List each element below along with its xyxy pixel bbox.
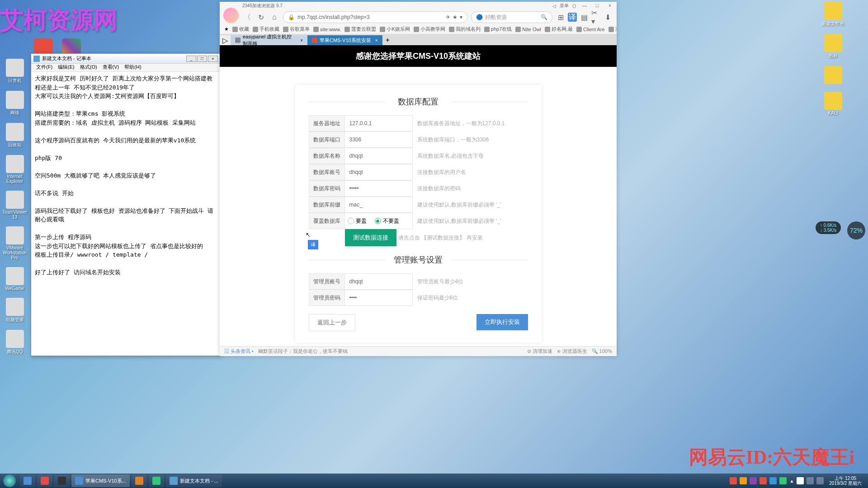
star-icon[interactable]: ★: [453, 14, 458, 20]
admin-user-input[interactable]: [345, 273, 413, 290]
bookmark-item[interactable]: 莲妻云联盟: [344, 26, 376, 33]
menu-item[interactable]: 帮助(H): [122, 64, 144, 71]
bookmark-item[interactable]: php7在线: [484, 26, 512, 33]
tab-close-icon[interactable]: ×: [375, 38, 378, 43]
desktop-icon[interactable]: 腾讯QQ: [2, 330, 27, 355]
network-speed-widget[interactable]: ↑ 0.6K/s ↓ 3.5K/s: [816, 221, 841, 234]
translate-float-badge[interactable]: 译: [308, 240, 318, 249]
desktop-icon[interactable]: 电脑管家: [2, 298, 27, 323]
notepad-titlebar[interactable]: 新建文本文档 - 记事本 _ □ ×: [31, 54, 220, 64]
db-pass-input[interactable]: [345, 180, 413, 197]
bookmark-item[interactable]: 小高教学网: [414, 26, 445, 33]
download-icon[interactable]: ⬇: [603, 13, 612, 22]
start-button[interactable]: [0, 474, 19, 488]
bookmark-item[interactable]: 我的域名列: [449, 26, 481, 33]
translate-icon[interactable]: 译: [568, 13, 577, 22]
desktop-icon[interactable]: VMware Workstation Pro: [2, 226, 27, 260]
send-icon[interactable]: ✈: [446, 14, 450, 20]
db-port-input[interactable]: [345, 131, 413, 148]
desktop-icon[interactable]: 网络: [2, 91, 27, 116]
bookmark-item[interactable]: 好名网,最: [545, 26, 573, 33]
browser-avatar[interactable]: [223, 8, 239, 23]
maximize-button[interactable]: □: [197, 56, 207, 62]
menu-item[interactable]: 文件(F): [33, 64, 55, 71]
menu-item[interactable]: 查看(V): [100, 64, 122, 71]
desktop-icon[interactable]: KALI: [821, 92, 845, 116]
menu-item[interactable]: 格式(O): [77, 64, 100, 71]
tray-icon[interactable]: [740, 477, 747, 484]
taskbar-item[interactable]: [149, 474, 164, 487]
taskbar-item[interactable]: [37, 474, 52, 487]
taskbar-item[interactable]: [54, 474, 70, 487]
home-button[interactable]: ⌂: [269, 12, 279, 22]
browser-tab[interactable]: easypanel 虚拟主机控制面板×: [231, 35, 307, 45]
admin-pass-input[interactable]: [345, 290, 413, 306]
menu-arrow-icon[interactable]: ◁: [552, 4, 556, 9]
tray-icon[interactable]: [797, 477, 804, 484]
desktop-icon[interactable]: [821, 66, 845, 85]
taskbar-item[interactable]: [132, 474, 147, 487]
feature-icon[interactable]: ⬡: [572, 4, 576, 9]
bookmark-item[interactable]: 小K娱乐网: [380, 26, 410, 33]
tray-icon[interactable]: [769, 477, 777, 484]
reader-icon[interactable]: ▤: [580, 13, 589, 22]
db-user-input[interactable]: [345, 164, 413, 180]
news-ticker[interactable]: 幽默笑话段子：我是你老公，坐车不要钱: [258, 348, 348, 355]
overwrite-no-radio[interactable]: 不要盖: [375, 217, 399, 225]
search-icon[interactable]: 🔍: [541, 14, 547, 20]
tab-close-icon[interactable]: ×: [300, 38, 303, 43]
bookmark-item[interactable]: site:www.: [313, 27, 341, 32]
desktop-icon[interactable]: WeGame: [2, 267, 27, 291]
db-name-input[interactable]: [345, 148, 413, 164]
bookmark-item[interactable]: 手机收藏: [253, 26, 279, 33]
desktop-icon[interactable]: 新建文件夹: [821, 2, 845, 27]
taskbar-item[interactable]: [20, 474, 35, 487]
desktop-icon[interactable]: Internet Explorer: [2, 155, 27, 184]
minimize-button[interactable]: —: [580, 3, 589, 9]
browser-tab[interactable]: 苹果CMS-V10系统安装×: [307, 35, 382, 45]
bookmark-item[interactable]: Nite Owl: [515, 27, 541, 32]
new-tab-button[interactable]: +: [382, 35, 393, 45]
browser-titlebar[interactable]: 2345加速浏览器 9.7 ◁ 菜单 ⬡ — □ ×: [220, 2, 617, 10]
taskbar-clock[interactable]: 上午 12:05 2019/3/2 星期六: [826, 476, 864, 486]
back-button[interactable]: 〈: [242, 12, 252, 22]
tray-icon[interactable]: [750, 477, 757, 484]
install-button[interactable]: 立即执行安装: [476, 314, 528, 330]
desktop-icon[interactable]: 计算机: [2, 59, 27, 84]
tray-icon[interactable]: [730, 477, 737, 484]
tray-icon[interactable]: [779, 477, 787, 484]
close-button[interactable]: ×: [605, 3, 614, 9]
maximize-button[interactable]: □: [593, 3, 602, 9]
overwrite-yes-radio[interactable]: 要盖: [348, 217, 367, 225]
desktop-icon[interactable]: TeamViewer 13: [2, 191, 27, 220]
db-prefix-input[interactable]: [345, 197, 413, 213]
menu-button[interactable]: 菜单: [560, 3, 569, 9]
expand-tray-icon[interactable]: ▲: [789, 479, 794, 483]
performance-widget[interactable]: 72%: [847, 221, 865, 239]
bookmark-item[interactable]: Client Are: [576, 27, 605, 32]
back-button[interactable]: 返回上一步: [309, 314, 355, 331]
desktop-icon[interactable]: 图标: [821, 34, 845, 59]
zoom-button[interactable]: 🔍 100%: [592, 348, 612, 354]
server-addr-input[interactable]: [345, 115, 413, 131]
network-icon[interactable]: [816, 477, 824, 484]
doctor-button[interactable]: ⊕ 浏览器医生: [557, 348, 587, 355]
address-bar[interactable]: 🔒 mp.7qqt.cn/install.php?step=3 ✈ ★ ▾: [283, 11, 467, 23]
dropdown-icon[interactable]: ▾: [460, 14, 462, 20]
tab-history-button[interactable]: ▷: [220, 35, 231, 45]
minimize-button[interactable]: _: [186, 56, 196, 62]
notepad-text-area[interactable]: 大家好我是艾柯 历时好久了 距离上次给大家分享第一个网站搭建教程还是上一年 不知…: [31, 72, 220, 279]
scissors-icon[interactable]: ✂▾: [591, 13, 600, 22]
bookmark-item[interactable]: 收藏: [232, 26, 249, 33]
search-input[interactable]: 🔵 好酷资源 🔍: [471, 11, 552, 23]
close-button[interactable]: ×: [208, 56, 218, 62]
tray-icon[interactable]: [760, 477, 767, 484]
taskbar-item[interactable]: 苹果CMS-V10系...: [71, 474, 130, 487]
favorites-icon[interactable]: ★: [224, 26, 229, 32]
test-connection-button[interactable]: 测试数据连接: [345, 229, 396, 246]
reload-button[interactable]: ↻: [256, 12, 266, 22]
grid-icon[interactable]: ⊞: [556, 13, 565, 22]
news-icon[interactable]: ▤ 头条资讯 •: [224, 348, 254, 355]
volume-icon[interactable]: [807, 477, 814, 484]
bookmark-item[interactable]: 谷歌菜单: [283, 26, 310, 33]
